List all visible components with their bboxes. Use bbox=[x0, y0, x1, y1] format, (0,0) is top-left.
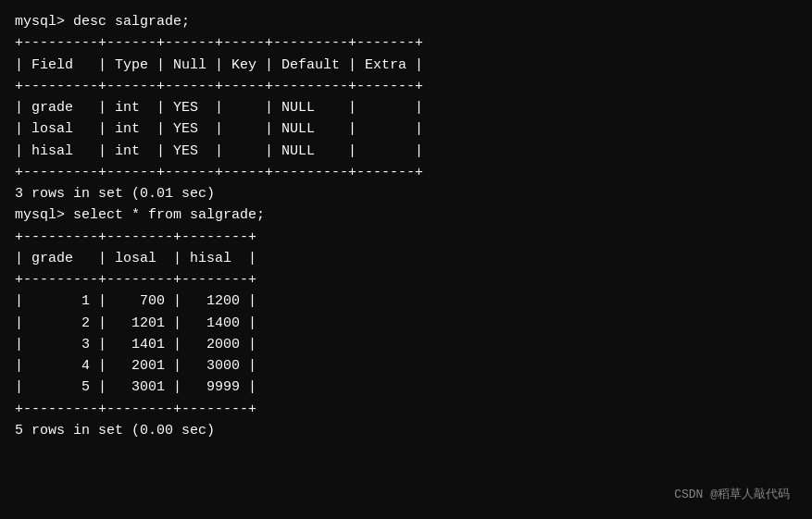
terminal-line-4: | grade | int | YES | | NULL | | bbox=[15, 97, 797, 118]
terminal-line-2: | Field | Type | Null | Key | Default | … bbox=[15, 55, 797, 76]
watermark: CSDN @稻草人敲代码 bbox=[674, 486, 790, 502]
terminal-line-1: +---------+------+------+-----+---------… bbox=[15, 32, 797, 54]
terminal-line-17: | 4 | 2001 | 3000 | bbox=[15, 355, 797, 377]
terminal-line-18: | 5 | 3001 | 9999 | bbox=[15, 377, 797, 398]
terminal-line-7: +---------+------+------+-----+---------… bbox=[15, 162, 797, 183]
terminal-line-12: | grade | losal | hisal | bbox=[15, 248, 797, 269]
terminal-line-13: +---------+--------+--------+ bbox=[15, 269, 797, 290]
terminal-line-15: | 2 | 1201 | 1400 | bbox=[15, 313, 797, 334]
terminal-line-14: | 1 | 700 | 1200 | bbox=[15, 290, 797, 312]
terminal-output: mysql> desc salgrade;+---------+------+-… bbox=[15, 11, 797, 441]
terminal-line-6: | hisal | int | YES | | NULL | | bbox=[15, 141, 797, 162]
terminal-line-3: +---------+------+------+-----+---------… bbox=[15, 76, 797, 97]
terminal-window: mysql> desc salgrade;+---------+------+-… bbox=[15, 11, 797, 508]
terminal-line-8: 3 rows in set (0.01 sec) bbox=[15, 183, 797, 204]
terminal-line-19: +---------+--------+--------+ bbox=[15, 399, 797, 420]
terminal-line-16: | 3 | 1401 | 2000 | bbox=[15, 334, 797, 355]
terminal-line-10: mysql> select * from salgrade; bbox=[15, 204, 797, 226]
terminal-line-5: | losal | int | YES | | NULL | | bbox=[15, 118, 797, 140]
terminal-line-0: mysql> desc salgrade; bbox=[15, 11, 797, 32]
terminal-line-11: +---------+--------+--------+ bbox=[15, 227, 797, 248]
terminal-line-20: 5 rows in set (0.00 sec) bbox=[15, 420, 797, 441]
